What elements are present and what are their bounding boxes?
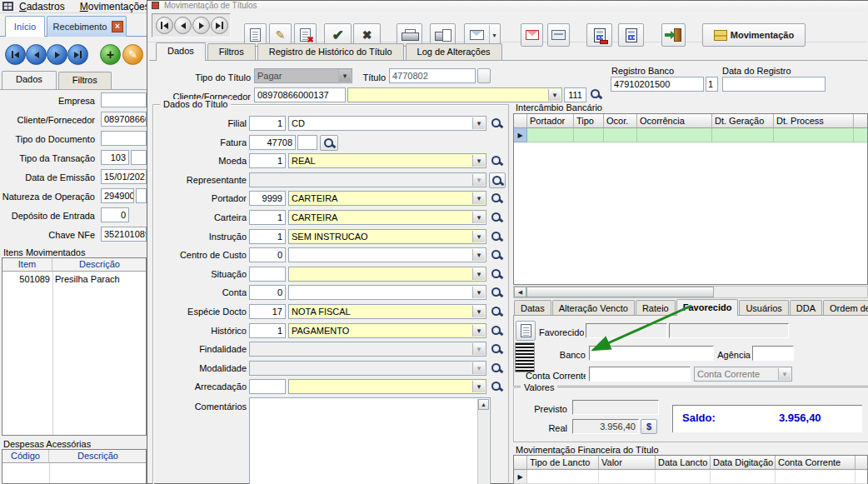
- table-cell[interactable]: [527, 128, 574, 142]
- dados-row-11-search-icon[interactable]: [491, 325, 504, 338]
- dados-row-1-extra[interactable]: [297, 135, 317, 150]
- table-cell[interactable]: [856, 470, 868, 484]
- tab-dados[interactable]: Dados: [156, 42, 206, 61]
- tab-rateio[interactable]: Rateio: [636, 300, 676, 316]
- dados-row-7-select[interactable]: [288, 247, 486, 262]
- dados-row-8-select[interactable]: [288, 267, 486, 282]
- scroll-thumb[interactable]: [526, 287, 714, 297]
- table-cell[interactable]: [656, 470, 711, 484]
- column-header[interactable]: Conta Corrente: [776, 456, 856, 470]
- dados-row-8-num[interactable]: [249, 267, 286, 282]
- column-header[interactable]: Tipo de Lancto: [527, 456, 599, 470]
- tab-datas[interactable]: Datas: [514, 300, 551, 316]
- table-cell[interactable]: [711, 470, 776, 484]
- tab-usuarios[interactable]: Usuários: [739, 300, 788, 316]
- intercambio-table[interactable]: PortadorTipoOcor.OcorrênciaDt. GeraçãoDt…: [513, 113, 868, 285]
- table-cell[interactable]: [574, 128, 604, 142]
- mov-financeira-table[interactable]: Tipo de LanctoValorData LanctoData Digit…: [513, 455, 868, 484]
- dados-row-14-select[interactable]: [288, 379, 486, 394]
- tab-alteracao-vencto[interactable]: Alteração Vencto: [552, 300, 635, 316]
- table-cell[interactable]: [774, 128, 854, 142]
- table-cell[interactable]: Presilha Parach: [52, 272, 147, 286]
- titulo-ellipsis-button[interactable]: [477, 68, 491, 83]
- conta-corrente-select[interactable]: Conta Corrente: [694, 367, 792, 382]
- add-button[interactable]: +: [100, 44, 121, 65]
- currency-button[interactable]: $: [641, 419, 657, 434]
- conta-corrente-field[interactable]: [589, 367, 691, 382]
- dados-row-12-select[interactable]: [249, 342, 486, 357]
- tab-favorecido[interactable]: Favorecido: [676, 299, 739, 316]
- edit-button[interactable]: ✎: [122, 44, 143, 65]
- dados-row-2-num[interactable]: 1: [249, 153, 286, 168]
- table-cell[interactable]: [776, 470, 856, 484]
- favorecido-name-field[interactable]: [669, 323, 789, 338]
- dados-row-0-search-icon[interactable]: [491, 117, 504, 131]
- prev-button[interactable]: [26, 44, 47, 65]
- back-tab-filtros[interactable]: Filtros: [58, 72, 112, 89]
- dados-row-12-search-icon[interactable]: [491, 343, 504, 357]
- favorecido-lookup-button[interactable]: [516, 321, 536, 341]
- dados-row-14-num[interactable]: [249, 379, 286, 394]
- back-field-3-b[interactable]: [131, 150, 147, 165]
- dados-row-3-select[interactable]: [249, 172, 486, 187]
- dados-row-4-search-icon[interactable]: [491, 192, 504, 206]
- dados-row-8-search-icon[interactable]: [491, 268, 504, 282]
- comentarios-textarea[interactable]: ▲: [249, 397, 491, 484]
- comentarios-scrollbar[interactable]: ▲: [477, 399, 489, 484]
- agencia-field[interactable]: [752, 346, 794, 361]
- dados-row-2-select[interactable]: REAL: [288, 153, 486, 168]
- dados-row-6-search-icon[interactable]: [491, 231, 504, 244]
- dados-row-14-search-icon[interactable]: [491, 381, 504, 394]
- scroll-up-icon[interactable]: ▲: [478, 399, 489, 410]
- back-field-2[interactable]: [101, 131, 147, 146]
- record-first-button[interactable]: [156, 17, 173, 34]
- doc-tab-recebimento[interactable]: Recebimento×: [47, 16, 127, 37]
- dados-row-2-search-icon[interactable]: [491, 155, 504, 168]
- back-field-0[interactable]: [101, 92, 147, 107]
- scroll-left-icon[interactable]: ◀: [514, 287, 526, 297]
- dados-row-13-select[interactable]: [249, 361, 486, 376]
- tab-filtros[interactable]: Filtros: [207, 43, 256, 61]
- record-prev-button[interactable]: [174, 17, 192, 34]
- last-button[interactable]: [67, 44, 88, 65]
- despesas-acessorias-table[interactable]: CódigoDescrição: [2, 449, 147, 484]
- dados-row-5-num[interactable]: 1: [249, 210, 286, 225]
- cliente-loja-field[interactable]: 111: [564, 87, 586, 102]
- back-field-7[interactable]: 352101089: [101, 227, 147, 242]
- column-header[interactable]: Tipo: [574, 114, 604, 128]
- dados-row-1-num[interactable]: 47708: [249, 135, 296, 150]
- tipo-titulo-select[interactable]: Pagar: [254, 68, 352, 83]
- back-field-1[interactable]: 089708660: [101, 112, 147, 127]
- dados-row-3-search-button[interactable]: [489, 172, 506, 188]
- tab-ordem-de-com[interactable]: Ordem de Com: [823, 300, 868, 316]
- column-header[interactable]: Portador: [527, 114, 574, 128]
- column-header[interactable]: Dt. Process: [774, 114, 854, 128]
- back-field-3[interactable]: 103: [101, 150, 129, 165]
- column-header[interactable]: Data Lancto: [656, 456, 711, 470]
- dados-row-4-num[interactable]: 9999: [249, 191, 286, 206]
- dados-row-9-search-icon[interactable]: [491, 287, 504, 300]
- dados-row-6-select[interactable]: SEM INSTRUCAO: [288, 229, 486, 244]
- dados-row-5-search-icon[interactable]: [491, 212, 504, 225]
- table-cell[interactable]: [527, 470, 599, 484]
- dados-row-6-num[interactable]: 1: [249, 229, 286, 244]
- table-cell[interactable]: 501089: [2, 272, 52, 286]
- record-next-button[interactable]: [192, 17, 210, 34]
- tab-registro-historico[interactable]: Registro de Histórico do Título: [257, 43, 404, 61]
- dados-row-13-search-icon[interactable]: [491, 362, 504, 376]
- registro-banco-field[interactable]: 47910201500: [611, 77, 704, 92]
- column-header[interactable]: Ocor.: [604, 114, 637, 128]
- dados-row-10-select[interactable]: NOTA FISCAL: [288, 304, 486, 319]
- column-header[interactable]: Valor: [599, 456, 656, 470]
- banco-field[interactable]: [589, 346, 714, 361]
- doc-tab-inicio[interactable]: Início: [5, 16, 45, 37]
- cliente-search-icon[interactable]: [590, 88, 603, 102]
- dados-row-7-num[interactable]: 0: [249, 247, 286, 262]
- dados-row-11-select[interactable]: PAGAMENTO: [288, 323, 486, 338]
- column-header[interactable]: Data Digitação: [711, 456, 776, 470]
- table-cell[interactable]: [599, 470, 656, 484]
- record-last-button[interactable]: [211, 17, 228, 34]
- back-field-6[interactable]: 0: [101, 207, 129, 222]
- dados-row-10-search-icon[interactable]: [491, 306, 504, 319]
- dados-row-9-num[interactable]: 0: [249, 285, 286, 300]
